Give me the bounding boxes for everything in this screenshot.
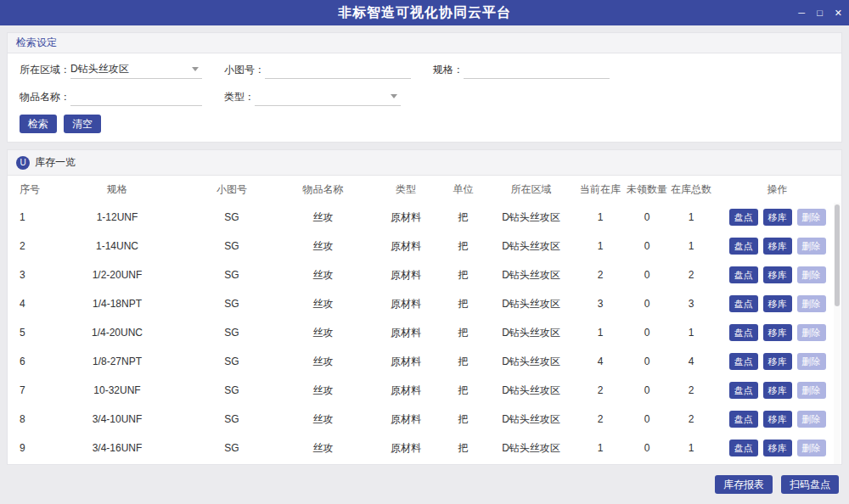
move-button[interactable]: 移库 — [763, 382, 792, 399]
move-button[interactable]: 移库 — [763, 440, 792, 456]
cell-unit: 把 — [440, 441, 486, 456]
move-button[interactable]: 移库 — [763, 353, 792, 370]
cell-spec: 1/2-20UNF — [45, 269, 189, 281]
clear-button[interactable]: 清空 — [64, 115, 101, 133]
stocktake-button[interactable]: 盘点 — [729, 440, 758, 456]
cell-unclaimed: 0 — [625, 211, 669, 223]
delete-button[interactable]: 删除 — [797, 440, 826, 456]
inventory-report-button[interactable]: 库存报表 — [715, 475, 773, 494]
cell-drawing: SG — [189, 298, 274, 310]
cell-area: D钻头丝攻区 — [486, 412, 576, 427]
cell-type: 原材料 — [372, 412, 440, 427]
cell-total: 4 — [669, 356, 713, 367]
delete-button[interactable]: 删除 — [797, 411, 826, 428]
cell-type: 原材料 — [372, 239, 440, 254]
footer-actions: 库存报表 扫码盘点 — [7, 472, 842, 497]
cell-unit: 把 — [440, 297, 486, 311]
cell-unclaimed: 0 — [625, 413, 669, 425]
column-header: 所在区域 — [486, 182, 576, 197]
cell-type: 原材料 — [372, 384, 440, 398]
cell-unit: 把 — [440, 326, 486, 340]
cell-actions: 盘点移库删除 — [713, 295, 841, 312]
table-row: 83/4-10UNFSG丝攻原材料把D钻头丝攻区202盘点移库删除 — [8, 405, 841, 434]
cell-current: 1 — [576, 327, 625, 339]
cell-spec: 1/4-20UNC — [45, 327, 189, 339]
search-button[interactable]: 检索 — [20, 115, 57, 133]
cell-spec: 3/4-16UNF — [45, 442, 189, 454]
cell-type: 原材料 — [372, 326, 440, 340]
spec-input[interactable] — [464, 60, 610, 79]
item-name-field: 物品名称： — [20, 87, 202, 106]
stocktake-button[interactable]: 盘点 — [729, 209, 758, 226]
chevron-down-icon — [391, 94, 397, 98]
inventory-panel: U 库存一览 序号规格小图号物品名称类型单位所在区域当前在库未领数量在库总数操作… — [7, 149, 842, 465]
delete-button[interactable]: 删除 — [797, 238, 826, 255]
cell-unclaimed: 0 — [625, 269, 669, 281]
maximize-icon[interactable]: □ — [817, 8, 823, 18]
move-button[interactable]: 移库 — [763, 209, 792, 226]
type-label: 类型： — [224, 90, 255, 104]
table-header-row: 序号规格小图号物品名称类型单位所在区域当前在库未领数量在库总数操作 — [8, 176, 841, 203]
cell-type: 原材料 — [372, 210, 440, 225]
stocktake-button[interactable]: 盘点 — [729, 411, 758, 428]
cell-area: D钻头丝攻区 — [486, 326, 576, 340]
item-name-input[interactable] — [70, 87, 202, 106]
stocktake-button[interactable]: 盘点 — [729, 353, 758, 370]
cell-spec: 10-32UNF — [45, 384, 189, 396]
type-select[interactable] — [255, 87, 401, 106]
cell-unit: 把 — [440, 355, 486, 369]
move-button[interactable]: 移库 — [763, 324, 792, 341]
drawing-number-input[interactable] — [265, 60, 411, 79]
cell-actions: 盘点移库删除 — [713, 238, 841, 255]
cell-drawing: SG — [189, 269, 274, 281]
cell-no: 3 — [8, 269, 45, 281]
column-header: 在库总数 — [669, 182, 713, 197]
table-body: 11-12UNFSG丝攻原材料把D钻头丝攻区101盘点移库删除21-14UNCS… — [8, 203, 841, 464]
search-form-row-1: 所在区域： D钻头丝攻区 小图号： 规格： — [20, 60, 829, 79]
table-row: 51/4-20UNCSG丝攻原材料把D钻头丝攻区101盘点移库删除 — [8, 318, 841, 347]
minimize-icon[interactable]: ─ — [798, 8, 805, 18]
delete-button[interactable]: 删除 — [797, 295, 826, 312]
stocktake-button[interactable]: 盘点 — [729, 324, 758, 341]
stocktake-button[interactable]: 盘点 — [729, 295, 758, 312]
area-select[interactable]: D钻头丝攻区 — [70, 60, 202, 79]
move-button[interactable]: 移库 — [763, 295, 792, 312]
column-header: 小图号 — [189, 182, 274, 197]
cell-current: 1 — [576, 211, 625, 223]
column-header: 操作 — [713, 182, 841, 197]
cell-no: 9 — [8, 442, 45, 454]
move-button[interactable]: 移库 — [763, 266, 792, 283]
cell-type: 原材料 — [372, 268, 440, 283]
stocktake-button[interactable]: 盘点 — [729, 238, 758, 255]
cell-drawing: SG — [189, 442, 274, 454]
cell-current: 2 — [576, 413, 625, 425]
stocktake-button[interactable]: 盘点 — [729, 382, 758, 399]
move-button[interactable]: 移库 — [763, 238, 792, 255]
delete-button[interactable]: 删除 — [797, 382, 826, 399]
scrollbar-thumb[interactable] — [835, 204, 840, 306]
close-icon[interactable]: ✕ — [835, 8, 842, 18]
cell-name: 丝攻 — [274, 210, 372, 225]
cell-unit: 把 — [440, 239, 486, 254]
app-title: 非标智造可视化协同云平台 — [0, 4, 849, 22]
table-row: 21-14UNCSG丝攻原材料把D钻头丝攻区101盘点移库删除 — [8, 232, 841, 260]
table-row: 61/8-27NPTSG丝攻原材料把D钻头丝攻区404盘点移库删除 — [8, 347, 841, 376]
stocktake-button[interactable]: 盘点 — [729, 266, 758, 283]
delete-button[interactable]: 删除 — [797, 353, 826, 370]
user-badge-icon: U — [16, 156, 30, 170]
scrollbar[interactable] — [834, 203, 841, 464]
spec-field: 规格： — [433, 60, 610, 79]
delete-button[interactable]: 删除 — [797, 324, 826, 341]
cell-type: 原材料 — [372, 355, 440, 369]
delete-button[interactable]: 删除 — [797, 209, 826, 226]
cell-current: 1 — [576, 442, 625, 454]
cell-actions: 盘点移库删除 — [713, 209, 841, 226]
cell-no: 8 — [8, 413, 45, 425]
column-header: 当前在库 — [576, 182, 625, 197]
cell-spec: 1/4-18NPT — [45, 298, 189, 310]
scan-stocktake-button[interactable]: 扫码盘点 — [781, 475, 839, 494]
move-button[interactable]: 移库 — [763, 411, 792, 428]
cell-total: 2 — [669, 413, 713, 425]
delete-button[interactable]: 删除 — [797, 266, 826, 283]
cell-no: 4 — [8, 298, 45, 310]
